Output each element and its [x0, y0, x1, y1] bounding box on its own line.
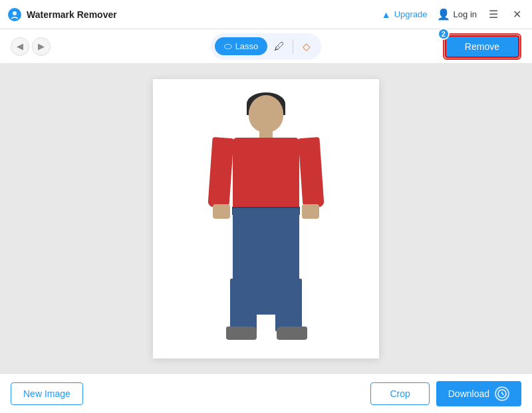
person-figure [206, 92, 326, 345]
crop-button[interactable]: Crop [370, 382, 429, 405]
toolbar-nav: ◀ ▶ [11, 37, 51, 56]
head [249, 95, 283, 132]
back-button[interactable]: ◀ [11, 37, 29, 56]
shoe-left [226, 327, 257, 340]
hand-right [302, 204, 319, 219]
remove-button-wrapper: 2 Remove [443, 33, 521, 60]
selection-badge: 2 [438, 28, 450, 40]
back-icon: ◀ [17, 41, 23, 51]
svg-line-3 [502, 394, 504, 395]
close-icon: ✕ [513, 9, 521, 20]
leg-left [230, 279, 257, 332]
remove-button[interactable]: Remove [445, 35, 519, 58]
titlebar-right: ▲ Upgrade 👤 Log in ☰ ✕ [382, 7, 524, 22]
lasso-label: Lasso [235, 41, 259, 51]
forward-icon: ▶ [38, 41, 45, 51]
main-canvas-area [0, 64, 532, 373]
lasso-tool-button[interactable]: ⬭ Lasso [215, 37, 268, 55]
download-label: Download [448, 388, 489, 399]
brush-tool-button[interactable]: 🖊 [269, 36, 290, 57]
brush-icon: 🖊 [274, 41, 285, 53]
svg-point-0 [13, 11, 17, 15]
app-icon [8, 8, 21, 21]
remove-button-border: Remove [443, 33, 521, 60]
tools-group: ⬭ Lasso 🖊 ◇ [211, 33, 322, 60]
eraser-icon: ◇ [303, 41, 311, 53]
download-clock-icon [495, 386, 509, 401]
login-button[interactable]: 👤 Log in [437, 8, 477, 21]
eraser-tool-button[interactable]: ◇ [296, 36, 317, 57]
upgrade-arrow-icon: ▲ [382, 9, 391, 20]
titlebar-left: Watermark Remover [8, 8, 117, 21]
bottom-bar: New Image Crop Download [0, 373, 532, 413]
app-title: Watermark Remover [27, 9, 117, 20]
download-button[interactable]: Download [436, 381, 521, 406]
crop-label: Crop [390, 388, 410, 399]
new-image-button[interactable]: New Image [11, 382, 83, 405]
user-icon: 👤 [437, 8, 450, 21]
upgrade-label: Upgrade [394, 9, 428, 19]
leg-right [275, 279, 302, 332]
login-label: Log in [454, 9, 477, 19]
new-image-label: New Image [23, 388, 70, 399]
upgrade-button[interactable]: ▲ Upgrade [382, 9, 428, 20]
hand-left [213, 204, 230, 219]
toolbar: ◀ ▶ ⬭ Lasso 🖊 ◇ 2 Remove [0, 29, 532, 64]
close-button[interactable]: ✕ [510, 7, 524, 22]
toolbar-actions: 2 Remove [443, 33, 521, 60]
torso [233, 138, 299, 211]
bottom-right: Crop Download [370, 381, 521, 406]
tool-divider [293, 39, 293, 54]
remove-label: Remove [465, 41, 499, 52]
arm-left [207, 137, 233, 208]
menu-button[interactable]: ☰ [486, 7, 501, 22]
image-canvas[interactable] [153, 79, 379, 358]
lasso-icon: ⬭ [224, 41, 232, 52]
titlebar: Watermark Remover ▲ Upgrade 👤 Log in ☰ ✕ [0, 0, 532, 29]
arm-right [298, 137, 324, 208]
menu-icon: ☰ [489, 9, 498, 20]
shoe-right [277, 327, 307, 340]
forward-button[interactable]: ▶ [32, 37, 51, 56]
